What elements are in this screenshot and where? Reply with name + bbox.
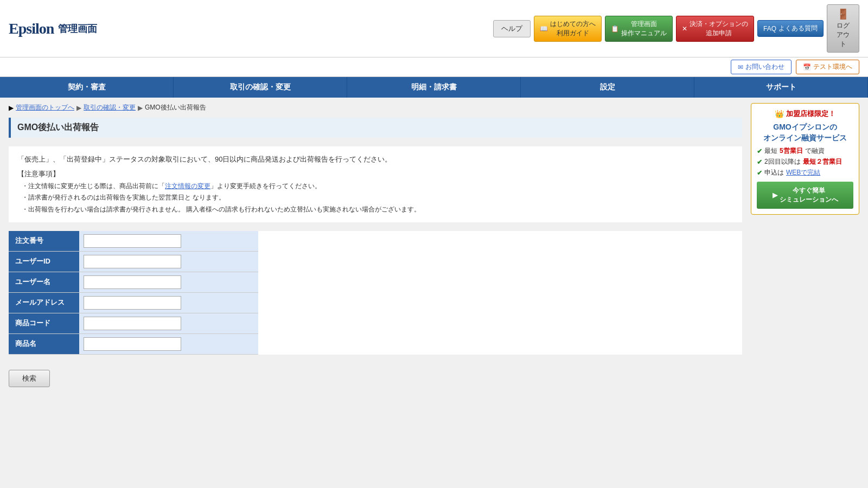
- table-row: ユーザーID: [9, 251, 258, 272]
- sidebar-web-link[interactable]: WEBで完結: [786, 168, 820, 177]
- manual-label: 管理画面操作マニュアル: [621, 20, 667, 38]
- input-cell-email: [79, 292, 215, 313]
- nav-statements[interactable]: 明細・請求書: [347, 77, 521, 98]
- order-number-input[interactable]: [84, 234, 181, 248]
- breadcrumb-transactions[interactable]: 取引の確認・変更: [84, 103, 136, 112]
- guide-button[interactable]: 📖 はじめての方へ利用ガイド: [534, 16, 602, 42]
- spacer-cell-6: [215, 333, 258, 354]
- sidebar-ad: 👑 加盟店様限定！ GMOイプシロンの オンライン融資サービス ✔ 最短 5営業…: [751, 103, 859, 215]
- guide-label: はじめての方へ利用ガイド: [550, 20, 596, 38]
- sidebar-item1-prefix: 最短: [764, 146, 777, 156]
- guide-icon: 📖: [540, 25, 548, 33]
- label-user-name: ユーザー名: [9, 272, 79, 292]
- table-row: 注文番号: [9, 231, 258, 252]
- table-row: 商品名: [9, 333, 258, 354]
- page-title: GMO後払い出荷報告: [9, 118, 742, 138]
- sidebar-item-3: ✔ 申込は WEBで完結: [757, 168, 853, 177]
- sidebar-item2-prefix: 2回目以降は: [764, 157, 801, 166]
- logout-button[interactable]: 🚪 ログアウト: [827, 4, 859, 53]
- nav-contract[interactable]: 契約・審査: [0, 77, 174, 98]
- notice-caution-title: 【注意事項】: [17, 168, 733, 180]
- calendar-icon: 📅: [803, 63, 811, 71]
- content-wrapper: ▶ 管理画面のトップへ ▶ 取引の確認・変更 ▶ GMO後払い出荷報告 GMO後…: [0, 98, 868, 397]
- sidebar-cta-button[interactable]: ▶ 今すぐ簡単シミュレーションへ: [757, 182, 853, 209]
- crown-icon: 👑: [775, 110, 784, 118]
- input-cell-product-name: [79, 333, 215, 354]
- help-button[interactable]: ヘルプ: [493, 20, 531, 37]
- spacer-cell-5: [215, 313, 258, 333]
- input-cell-order-number: [79, 231, 215, 252]
- sidebar-item3-prefix: 申込は: [764, 168, 784, 177]
- contact-button[interactable]: ✉ お問い合わせ: [731, 60, 792, 74]
- product-name-input[interactable]: [84, 337, 181, 351]
- sidebar-brand: GMOイプシロンの オンライン融資サービス: [757, 122, 853, 143]
- breadcrumb-sep1: ▶: [76, 104, 81, 112]
- spacer-cell-3: [215, 272, 258, 292]
- breadcrumb-home[interactable]: 管理画面のトップへ: [16, 103, 74, 112]
- test-env-button[interactable]: 📅 テスト環境へ: [796, 60, 859, 74]
- spacer-cell-4: [215, 292, 258, 313]
- spacer-cell-2: [215, 251, 258, 272]
- input-cell-user-id: [79, 251, 215, 272]
- label-product-code: 商品コード: [9, 313, 79, 333]
- breadcrumb-sep-start: ▶: [9, 104, 14, 112]
- breadcrumb-sep2: ▶: [138, 104, 143, 112]
- input-cell-user-name: [79, 272, 215, 292]
- notice-item1: ・注文情報に変更が生じる際は、商品出荷前に「注文情報の変更」より変更手続きを行っ…: [17, 181, 733, 192]
- manual-icon: 📋: [611, 25, 619, 33]
- sidebar: 👑 加盟店様限定！ GMOイプシロンの オンライン融資サービス ✔ 最短 5営業…: [751, 103, 859, 391]
- test-env-label: テスト環境へ: [813, 62, 852, 72]
- sidebar-item1-highlight: 5営業日: [780, 146, 803, 156]
- nav-transactions[interactable]: 取引の確認・変更: [174, 77, 347, 98]
- faq-label: よくある質問: [778, 24, 818, 33]
- header-left: Epsilon 管理画面: [9, 20, 97, 37]
- user-id-input[interactable]: [84, 255, 181, 268]
- search-btn-area: 検索: [9, 365, 742, 391]
- logo-kanri: 管理画面: [58, 22, 97, 35]
- nav-support[interactable]: サポート: [694, 77, 868, 98]
- faq-icon: FAQ: [763, 25, 776, 33]
- logo: Epsilon 管理画面: [9, 20, 97, 37]
- sidebar-item-1: ✔ 最短 5営業日 で融資: [757, 146, 853, 156]
- main-content: ▶ 管理画面のトップへ ▶ 取引の確認・変更 ▶ GMO後払い出荷報告 GMO後…: [9, 103, 742, 391]
- breadcrumb: ▶ 管理画面のトップへ ▶ 取引の確認・変更 ▶ GMO後払い出荷報告: [9, 103, 742, 112]
- label-email: メールアドレス: [9, 292, 79, 313]
- label-product-name: 商品名: [9, 333, 79, 354]
- notice-item3: ・出荷報告を行わない場合は請求書が発行されません。 購入者様への請求も行われない…: [17, 204, 733, 216]
- notice-link-change[interactable]: 注文情報の変更: [165, 182, 210, 190]
- user-name-input[interactable]: [84, 275, 181, 289]
- input-cell-product-code: [79, 313, 215, 333]
- sidebar-title: 👑 加盟店様限定！: [757, 109, 853, 119]
- search-button[interactable]: 検索: [9, 370, 50, 387]
- product-code-input[interactable]: [84, 317, 181, 330]
- contact-label: お問い合わせ: [745, 62, 784, 72]
- table-row: メールアドレス: [9, 292, 258, 313]
- payment-label: 決済・オプションの追加申請: [690, 20, 748, 38]
- logout-icon: 🚪: [837, 8, 849, 20]
- label-user-id: ユーザーID: [9, 251, 79, 272]
- spacer-cell-1: [215, 231, 258, 252]
- sidebar-item2-highlight: 最短２営業日: [803, 157, 842, 166]
- breadcrumb-current: GMO後払い出荷報告: [145, 103, 206, 112]
- sidebar-item1-suffix: で融資: [805, 146, 825, 156]
- faq-button[interactable]: FAQ よくある質問: [757, 20, 824, 37]
- nav-settings[interactable]: 設定: [521, 77, 694, 98]
- notice-box: 「仮売上」、「出荷登録中」ステータスの対象取引において、90日以内に商品発送およ…: [9, 146, 742, 222]
- cta-arrow: ▶: [773, 191, 777, 199]
- label-order-number: 注文番号: [9, 231, 79, 252]
- sidebar-item-2: ✔ 2回目以降は 最短２営業日: [757, 157, 853, 166]
- table-row: ユーザー名: [9, 272, 258, 292]
- table-row: 商品コード: [9, 313, 258, 333]
- check-icon-2: ✔: [757, 158, 762, 166]
- cta-label: 今すぐ簡単シミュレーションへ: [780, 186, 838, 204]
- mail-icon: ✉: [738, 63, 743, 71]
- notice-item2: ・請求書が発行されるのは出荷報告を実施した翌営業日と なります。: [17, 192, 733, 204]
- header-nav: ヘルプ 📖 はじめての方へ利用ガイド 📋 管理画面操作マニュアル ✕ 決済・オプ…: [493, 4, 859, 53]
- notice-main: 「仮売上」、「出荷登録中」ステータスの対象取引において、90日以内に商品発送およ…: [17, 153, 733, 165]
- payment-button[interactable]: ✕ 決済・オプションの追加申請: [676, 16, 754, 42]
- manual-button[interactable]: 📋 管理画面操作マニュアル: [605, 16, 673, 42]
- check-icon-1: ✔: [757, 147, 762, 155]
- email-input[interactable]: [84, 296, 181, 310]
- payment-icon: ✕: [682, 25, 687, 33]
- form-container: 注文番号 ユーザーID ユーザー名: [9, 231, 742, 355]
